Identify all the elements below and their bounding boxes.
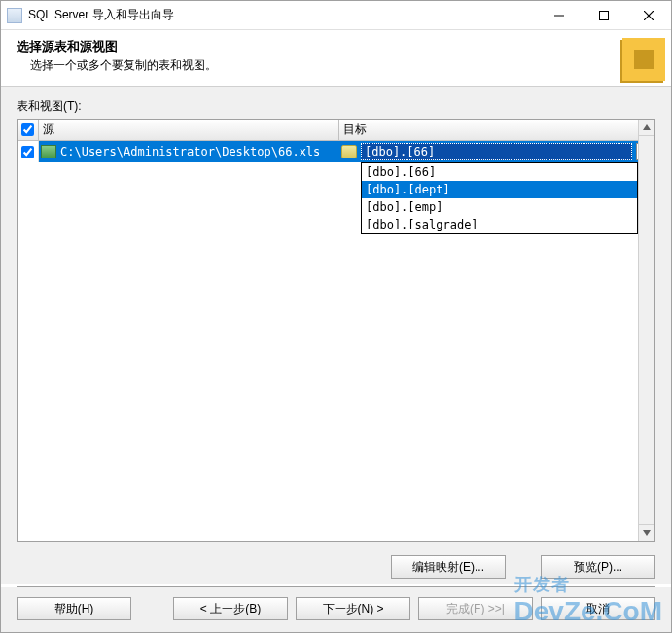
finish-button[interactable]: 完成(F) >>| [418,597,533,620]
header-destination[interactable]: 目标 [339,120,654,140]
svg-rect-1 [600,12,609,20]
back-button[interactable]: < 上一步(B) [173,597,288,620]
preview-button[interactable]: 预览(P)... [541,555,655,579]
scroll-up-button[interactable] [639,120,654,136]
help-button[interactable]: 帮助(H) [17,597,131,620]
footer: 帮助(H) < 上一步(B) 下一步(N) > 完成(F) >>| 取消 [1,587,671,632]
svg-marker-5 [643,124,651,130]
svg-marker-6 [643,530,651,536]
vertical-scrollbar[interactable] [638,120,654,541]
app-icon [7,8,22,23]
dropdown-item[interactable]: [dbo].[dept] [362,181,637,198]
wizard-window: SQL Server 导入和导出向导 选择源表和源视图 选择一个或多个要复制的表… [0,0,672,633]
close-button[interactable] [626,1,671,30]
header-source[interactable]: 源 [39,120,339,140]
dropdown-item[interactable]: [dbo].[66] [362,163,637,181]
header-checkbox-cell [18,120,39,140]
dropdown-item[interactable]: [dbo].[emp] [362,198,637,216]
grid-header: 源 目标 [18,120,654,141]
scroll-down-button[interactable] [639,524,654,541]
header-panel: 选择源表和源视图 选择一个或多个要复制的表和视图。 [1,30,671,87]
destination-dropdown-list: [dbo].[66] [dbo].[dept] [dbo].[emp] [dbo… [361,162,638,234]
list-label: 表和视图(T): [17,98,655,115]
titlebar: SQL Server 导入和导出向导 [1,1,671,30]
page-title: 选择源表和源视图 [17,38,655,55]
minimize-button[interactable] [537,1,582,30]
row-checkbox[interactable] [21,146,34,158]
dropdown-item[interactable]: [dbo].[salgrade] [362,216,637,233]
row-checkbox-cell [18,141,39,162]
row-source-cell: C:\Users\Administrator\Desktop\66.xls [39,141,339,162]
window-controls [537,1,671,29]
row-source-text: C:\Users\Administrator\Desktop\66.xls [60,145,320,158]
table-row[interactable]: C:\Users\Administrator\Desktop\66.xls [d… [18,141,654,162]
wizard-icon [622,38,665,81]
maximize-button[interactable] [582,1,626,30]
body-panel: 表和视图(T): 源 目标 C:\Users\Administrator\Des… [1,87,671,545]
row-destination-value: [dbo].[66] [361,143,632,160]
mid-buttons: 编辑映射(E)... 预览(P)... [1,545,671,584]
row-destination-cell[interactable]: [dbo].[66] [339,141,654,162]
table-frame: 源 目标 C:\Users\Administrator\Desktop\66.x… [17,119,655,542]
next-button[interactable]: 下一步(N) > [296,597,410,620]
window-title: SQL Server 导入和导出向导 [28,7,537,23]
cancel-button[interactable]: 取消 [541,597,655,620]
excel-file-icon [41,145,56,158]
select-all-checkbox[interactable] [21,123,34,136]
edit-mapping-button[interactable]: 编辑映射(E)... [391,555,506,579]
page-description: 选择一个或多个要复制的表和视图。 [17,57,655,74]
table-icon [341,145,357,158]
